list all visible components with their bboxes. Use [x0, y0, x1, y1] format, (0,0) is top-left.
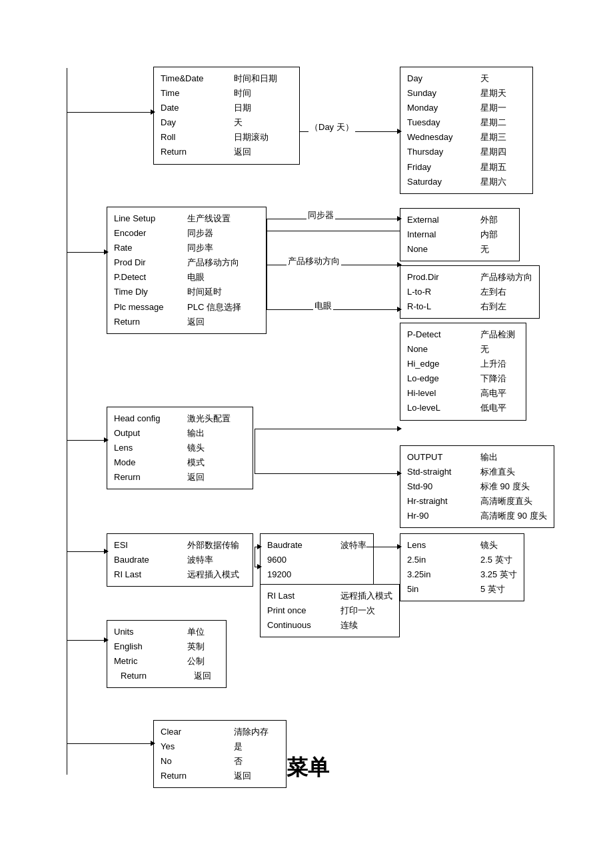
encoder-box: External外部 Internal内部 None无 [400, 208, 520, 261]
units-box: Units单位 English英制 Metric公制 Return返回 [107, 620, 227, 688]
pdetect-label: 电眼 [313, 300, 333, 312]
arrowhead-baudrate [255, 547, 261, 547]
big-menu-label: 菜单 [287, 753, 329, 783]
arrow-to-lens-from-head [255, 473, 398, 474]
head-config-box: Head config激光头配置 Output输出 Lens镜头 Mode模式 … [107, 407, 253, 489]
encoder-label: 同步器 [306, 209, 335, 221]
arrowhead-baudrate-to-lens [393, 547, 401, 547]
time-date-box: Time&Date时间和日期 Time时间 Date日期 Day天 Roll日期… [153, 67, 300, 165]
baudrate-box: Baudrate波特率 9600 19200 [260, 533, 374, 587]
vline-esi [255, 547, 255, 567]
connector-linesetup-right [267, 231, 400, 231]
arrowhead-rilast [255, 567, 261, 567]
main-trunk [67, 68, 67, 775]
vline-linesetup [267, 219, 267, 309]
day-names-box: Day天 Sunday星期天 Monday星期一 Tuesday星期二 Wedn… [400, 67, 533, 194]
arrowhead-pdetect [393, 309, 401, 310]
p-detect-box: P-Detect产品检测 None无 Hi_edge上升沿 Lo-edge下降沿… [400, 323, 526, 421]
arrowhead-encoder [393, 219, 401, 219]
proddir-label: 产品移动方向 [287, 255, 341, 267]
arrow-to-clear [67, 743, 153, 744]
output-box: OUTPUT输出 Std-straight标准直头 Std-90标准 90 度头… [400, 445, 554, 528]
ri-last-box: RI Last远程插入模式 Print once打印一次 Continuous连… [260, 584, 400, 637]
arrowhead-linesetup [100, 252, 108, 253]
vline-headconfig [255, 429, 255, 473]
lens-box: Lens镜头 2.5in2.5 英寸 3.25in3.25 英寸 5in5 英寸 [400, 533, 524, 601]
arrowhead-lens-from-head [393, 473, 401, 474]
prod-dir-box: Prod.Dir产品移动方向 L-to-R左到右 R-to-L右到左 [400, 265, 540, 319]
arrowhead-headconfig [100, 440, 108, 441]
arrowhead-proddir [393, 265, 401, 265]
arrowhead-daynames [393, 131, 401, 132]
line-setup-box: Line Setup生产线设置 Encoder同步器 Rate同步率 Prod … [107, 207, 267, 334]
esi-box: ESI外部数据传输 Baudrate波特率 RI Last远程插入模式 [107, 533, 253, 587]
arrowhead-timedate [147, 112, 155, 113]
arrowhead-esi [100, 551, 108, 552]
day-label: （Day 天） [308, 121, 355, 133]
arrow-to-timedate [67, 112, 153, 113]
arrowhead-output [393, 429, 401, 429]
arrow-to-output [255, 429, 398, 429]
diagram: Time&Date时间和日期 Time时间 Date日期 Day天 Roll日期… [0, 0, 613, 868]
clear-box: Clear清除内存 Yes是 No否 Return返回 [153, 720, 287, 788]
arrowhead-clear [147, 743, 155, 744]
arrowhead-units [100, 640, 108, 641]
